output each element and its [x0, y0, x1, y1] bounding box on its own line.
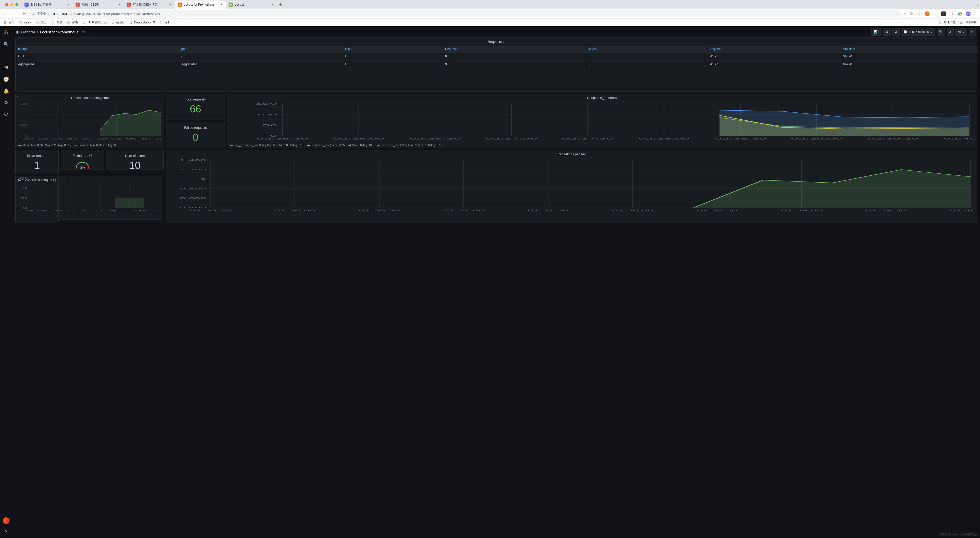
bookmark-item[interactable]: 🗀开发: [51, 20, 62, 24]
url-input[interactable]: ⚠ 不安全 | 10.0.0.100:3000/d/KjlO9Rl7z/locu…: [29, 10, 901, 17]
refresh-button[interactable]: ⟳: [947, 28, 954, 36]
table-header[interactable]: Failures: [583, 46, 708, 52]
bookmark-item[interactable]: ☰阅读清单: [959, 20, 977, 24]
failed-rate-panel[interactable]: Failed rate % 0%: [61, 150, 104, 170]
table-header[interactable]: method: [16, 46, 179, 52]
time-picker-button[interactable]: 🕓 Last 5 minutes ⌄: [901, 28, 935, 36]
bookmark-item[interactable]: 🗀渗透: [67, 20, 78, 24]
svg-text:02:39:00: 02:39:00: [781, 209, 822, 212]
menu-icon[interactable]: ⋮: [974, 11, 978, 16]
svg-text:02:38:00: 02:38:00: [97, 137, 107, 140]
tab-overflow-button[interactable]: »: [977, 3, 978, 6]
forward-button[interactable]: →: [11, 10, 18, 17]
search-icon[interactable]: 🔍: [3, 41, 10, 48]
svg-text:02:37:30: 02:37:30: [81, 209, 91, 212]
info-icon[interactable]: i: [167, 151, 168, 154]
response-time-panel[interactable]: Response_time(ms) 05010015002:35:3002:36…: [227, 94, 977, 148]
new-tab-button[interactable]: +: [277, 2, 285, 7]
close-tab-icon[interactable]: ×: [272, 3, 274, 6]
num-users-panel[interactable]: Num of users 10: [106, 150, 164, 170]
bookmark-item[interactable]: 🗀self: [159, 20, 169, 24]
server-admin-icon[interactable]: 🛡: [3, 111, 10, 118]
dashboards-icon[interactable]: ⊞: [3, 64, 10, 71]
explore-icon[interactable]: 🧭: [3, 76, 10, 83]
close-tab-icon[interactable]: ×: [169, 3, 172, 6]
svg-text:02:40:00: 02:40:00: [950, 209, 975, 212]
browser-tab[interactable]: C动态 - CSDN×: [73, 0, 124, 9]
svg-text:02:36:30: 02:36:30: [52, 209, 62, 212]
star-icon[interactable]: ☆: [910, 11, 913, 16]
browser-tab[interactable]: ◉Locust×: [226, 0, 277, 9]
failed-requests-panel[interactable]: Failed requests 0: [166, 122, 225, 148]
table-header[interactable]: Avg time: [708, 46, 840, 52]
table-header[interactable]: Tps: [342, 46, 442, 52]
close-tab-icon[interactable]: ×: [118, 3, 121, 6]
bookmark-item[interactable]: ◻HCM测试工具: [82, 20, 107, 24]
tps-panel[interactable]: iTransations per sec 0.4000.6000.80011.2…: [165, 150, 977, 222]
profile-avatar[interactable]: qy: [966, 11, 970, 16]
maximize-window-button[interactable]: [15, 3, 18, 6]
tab-strip: ∞收到 3封新邮件×C动态 - CSDN×C写文章-CSDN博客×◉Locust…: [0, 0, 980, 9]
star-dashboard-icon[interactable]: ☆: [82, 30, 85, 34]
add-panel-button[interactable]: 📊+: [871, 28, 881, 36]
extension-icon[interactable]: C: [933, 11, 938, 16]
slave-runners-panel[interactable]: Slave runners 1: [15, 150, 59, 174]
configuration-icon[interactable]: ⚙: [3, 99, 10, 106]
bookmark-item[interactable]: ⊞应用: [3, 20, 14, 24]
dashboards-icon[interactable]: ⊞: [16, 30, 19, 35]
row-header-requests[interactable]: Reqeusts: [16, 38, 977, 46]
create-icon[interactable]: ＋: [3, 52, 10, 59]
close-tab-icon[interactable]: ×: [67, 3, 69, 6]
extension-icon[interactable]: ✶: [925, 11, 929, 16]
table-row[interactable]: GET/190041.77464.70: [16, 52, 977, 60]
dashboard-settings-button[interactable]: ⚙: [892, 28, 900, 36]
extension-icon[interactable]: ▪: [941, 11, 946, 16]
browser-tab[interactable]: C写文章-CSDN博客×: [124, 0, 175, 9]
svg-text:3 K: 3 K: [23, 187, 27, 189]
tps-total-panel[interactable]: iTransations per sec(Total) 00.50011.500…: [15, 94, 164, 148]
share-dashboard-icon[interactable]: ⤴: [89, 30, 91, 34]
table-header[interactable]: Max time: [840, 46, 977, 52]
extension-icon[interactable]: { }: [950, 11, 954, 16]
total-requests-panel[interactable]: Total requests 66: [166, 94, 225, 120]
extension-icon[interactable]: ⊡: [917, 11, 921, 16]
bookmark-item[interactable]: 🗀其他书签: [938, 20, 956, 24]
bookmark-item[interactable]: ◻Notes Station 3: [129, 20, 155, 24]
extensions-icon[interactable]: 🧩: [958, 11, 963, 16]
user-avatar[interactable]: [3, 517, 10, 524]
zoom-out-button[interactable]: 🔍: [937, 28, 945, 36]
grafana-logo-icon[interactable]: ֎: [3, 29, 10, 36]
svg-text:3.50 K: 3.50 K: [19, 177, 27, 179]
bookmark-item[interactable]: 🗀办公: [35, 20, 47, 24]
bookmark-item[interactable]: ◻qyzhg: [111, 20, 124, 24]
cycle-view-button[interactable]: 🖵: [969, 28, 977, 36]
minimize-window-button[interactable]: [10, 3, 13, 6]
avg-content-chart[interactable]: 2 K2.50 K3 K3.50 K02:35:3002:36:0002:36:…: [15, 176, 162, 220]
browser-tab[interactable]: ∞收到 3封新邮件×: [21, 0, 73, 9]
breadcrumb-general[interactable]: General: [21, 30, 35, 34]
info-icon[interactable]: i: [17, 95, 18, 98]
favicon-icon: ∞: [24, 3, 29, 6]
browser-tab[interactable]: ◉Locust for Prometheus - Grafa...×: [175, 0, 226, 9]
close-window-button[interactable]: [5, 3, 8, 6]
breadcrumb: ⊞ General / Locust for Prometheus ☆ ⤴: [16, 30, 91, 35]
svg-text:1: 1: [200, 178, 206, 181]
table-header[interactable]: Requests: [442, 46, 583, 52]
svg-text:02:37:30: 02:37:30: [82, 137, 92, 140]
panel-title: Failed rate %: [73, 152, 92, 160]
table-row[interactable]: AggregatedAggregated190041.77464.70: [16, 60, 977, 68]
translate-icon[interactable]: ⎅: [904, 12, 906, 16]
breadcrumb-current[interactable]: Locust for Prometheus: [40, 30, 79, 34]
back-button[interactable]: ←: [2, 10, 8, 17]
close-tab-icon[interactable]: ×: [221, 3, 223, 6]
reload-button[interactable]: ⟳: [21, 10, 26, 17]
save-dashboard-button[interactable]: 🖫: [883, 28, 891, 36]
help-icon[interactable]: ?: [3, 528, 10, 535]
table-header[interactable]: path: [179, 46, 342, 52]
bookmark-item[interactable]: 🔍searx: [19, 20, 32, 24]
refresh-interval-button[interactable]: 5s ⌄: [955, 28, 967, 36]
bookmark-icon: ◻: [111, 21, 115, 24]
alerting-icon[interactable]: 🔔: [3, 87, 10, 95]
stat-value: 0: [192, 132, 198, 143]
svg-text:02:38:30: 02:38:30: [714, 137, 767, 140]
